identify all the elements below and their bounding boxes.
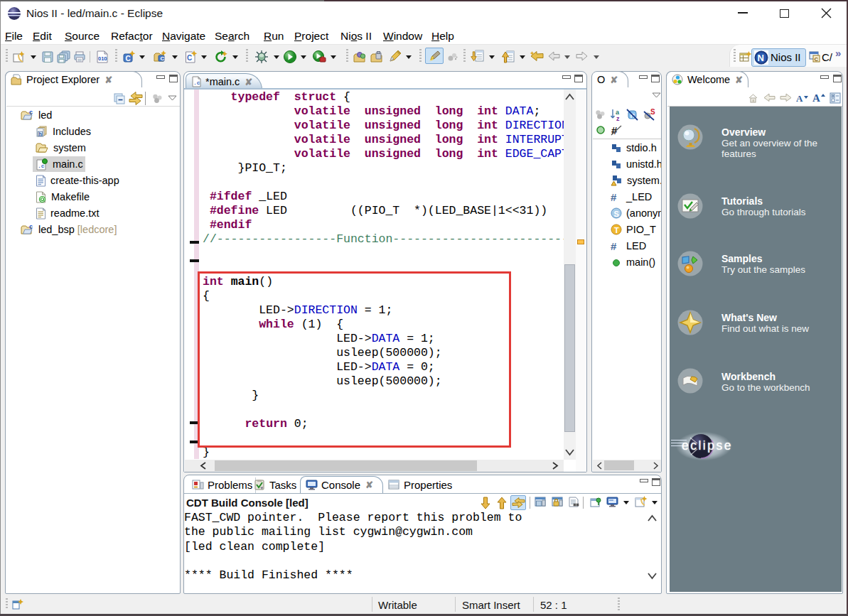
svg-text:A: A	[812, 92, 820, 103]
svg-text:h: h	[39, 131, 42, 136]
svg-text:C: C	[161, 55, 165, 62]
svg-text:N: N	[758, 53, 764, 63]
svg-text:A: A	[796, 93, 803, 103]
svg-text:c: c	[29, 224, 33, 230]
svg-text:.c: .c	[193, 80, 200, 86]
svg-text:C: C	[815, 56, 819, 63]
svg-text:S: S	[650, 109, 655, 116]
svg-text:C: C	[126, 55, 131, 63]
svg-text:c: c	[29, 109, 33, 116]
svg-text:z: z	[616, 115, 620, 121]
svg-text:010: 010	[98, 55, 107, 62]
svg-text:T: T	[614, 226, 619, 234]
svg-text:C: C	[187, 54, 192, 62]
svg-text:S: S	[614, 210, 619, 218]
